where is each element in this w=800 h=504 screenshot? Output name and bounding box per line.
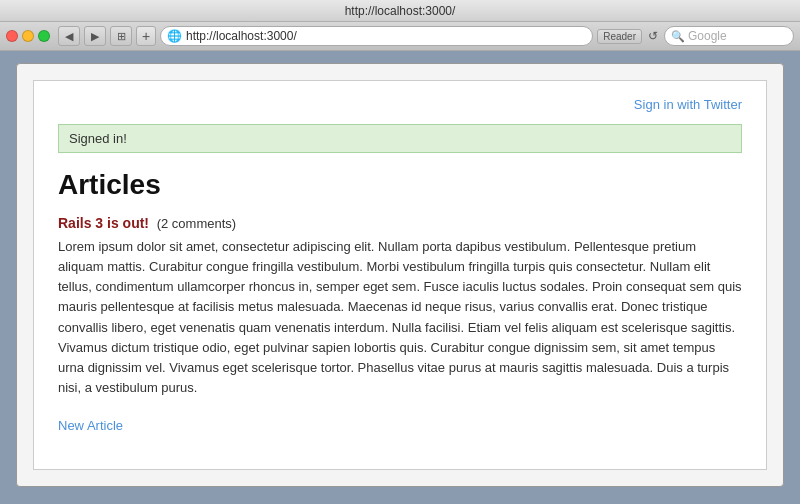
refresh-icon: ↺ xyxy=(648,29,658,43)
forward-icon: ▶ xyxy=(91,30,99,43)
minimize-button[interactable] xyxy=(22,30,34,42)
article-title-link[interactable]: Rails 3 is out! xyxy=(58,215,149,231)
article-body: Lorem ipsum dolor sit amet, consectetur … xyxy=(58,237,742,398)
back-button[interactable]: ◀ xyxy=(58,26,80,46)
back-icon: ◀ xyxy=(65,30,73,43)
article-comments-count: (2 comments) xyxy=(157,216,236,231)
globe-icon: 🌐 xyxy=(167,29,182,43)
sign-in-section: Sign in with Twitter xyxy=(58,97,742,112)
browser-toolbar: ◀ ▶ ⊞ + 🌐 http://localhost:3000/ Reader … xyxy=(0,22,800,51)
title-bar-url: http://localhost:3000/ xyxy=(345,4,456,18)
new-tab-button[interactable]: + xyxy=(136,26,156,46)
sidebar-icon: ⊞ xyxy=(117,30,126,43)
reader-button[interactable]: Reader xyxy=(597,29,642,44)
search-placeholder: Google xyxy=(688,29,727,43)
traffic-lights xyxy=(6,30,50,42)
flash-message: Signed in! xyxy=(69,131,127,146)
address-text: http://localhost:3000/ xyxy=(186,29,586,43)
title-bar: http://localhost:3000/ xyxy=(0,0,800,22)
page-title: Articles xyxy=(58,169,742,201)
sidebar-toggle-button[interactable]: ⊞ xyxy=(110,26,132,46)
close-button[interactable] xyxy=(6,30,18,42)
sign-in-link[interactable]: Sign in with Twitter xyxy=(634,97,742,112)
address-bar[interactable]: 🌐 http://localhost:3000/ xyxy=(160,26,593,46)
page-wrapper: Sign in with Twitter Signed in! Articles… xyxy=(16,63,784,487)
refresh-button[interactable]: ↺ xyxy=(646,29,660,43)
forward-button[interactable]: ▶ xyxy=(84,26,106,46)
plus-icon: + xyxy=(142,28,150,44)
flash-notice: Signed in! xyxy=(58,124,742,153)
search-bar[interactable]: 🔍 Google xyxy=(664,26,794,46)
new-article-link[interactable]: New Article xyxy=(58,418,123,433)
page-content: Sign in with Twitter Signed in! Articles… xyxy=(33,80,767,470)
article-header: Rails 3 is out! (2 comments) xyxy=(58,215,742,231)
maximize-button[interactable] xyxy=(38,30,50,42)
search-icon: 🔍 xyxy=(671,30,685,43)
